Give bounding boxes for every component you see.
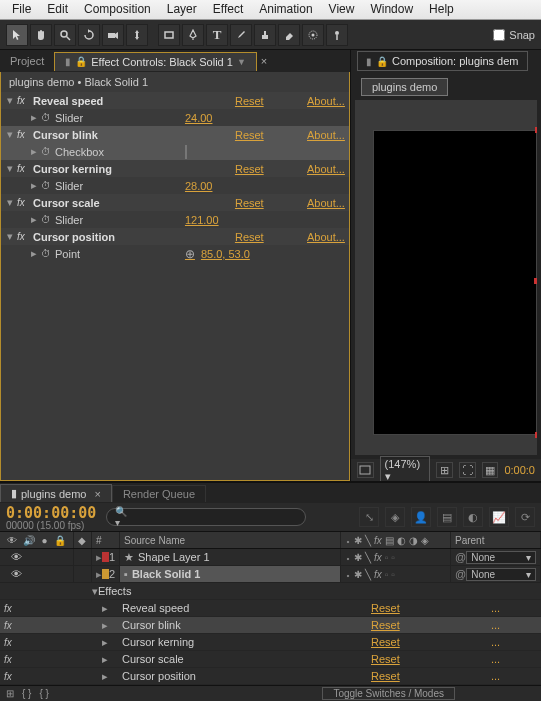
selection-tool[interactable] — [6, 24, 28, 46]
shy-icon[interactable]: 👤 — [411, 507, 431, 527]
composition-tab[interactable]: ▮ 🔒 Composition: plugins dem — [357, 51, 528, 71]
fx-badge[interactable]: fx — [4, 637, 18, 648]
options-link[interactable]: ... — [491, 619, 541, 631]
property-value[interactable]: 121.00 — [185, 214, 295, 226]
clone-stamp-tool[interactable] — [254, 24, 276, 46]
effect-header[interactable]: ▾fxCursor blinkResetAbout... — [1, 126, 349, 143]
puppet-pin-tool[interactable] — [326, 24, 348, 46]
tab-dropdown-icon[interactable]: ▼ — [237, 57, 246, 67]
point-target-icon[interactable]: ⊕ — [185, 247, 195, 261]
twirl-icon[interactable]: ▾ — [5, 130, 15, 140]
lock-icon[interactable]: 🔒 — [376, 56, 388, 67]
menu-help[interactable]: Help — [421, 0, 462, 19]
twirl-icon[interactable]: ▸ — [102, 602, 116, 615]
reset-link[interactable]: Reset — [235, 231, 295, 243]
parent-column[interactable]: Parent — [451, 532, 541, 548]
transform-handle[interactable] — [535, 432, 537, 438]
options-link[interactable]: ... — [491, 602, 541, 614]
lock-icon[interactable]: 🔒 — [75, 56, 87, 67]
menu-layer[interactable]: Layer — [159, 0, 205, 19]
video-column-icon[interactable]: 👁 — [7, 535, 17, 546]
toggle-switches-icon[interactable]: ⊞ — [6, 688, 14, 699]
magnification-icon[interactable] — [357, 462, 374, 478]
label-color[interactable] — [102, 552, 109, 562]
eraser-tool[interactable] — [278, 24, 300, 46]
twirl-icon[interactable]: ▾ — [5, 164, 15, 174]
brush-tool[interactable] — [230, 24, 252, 46]
reset-link[interactable]: Reset — [235, 163, 295, 175]
twirl-icon[interactable]: ▸ — [29, 215, 39, 225]
reset-link[interactable]: Reset — [371, 636, 491, 648]
panel-menu-icon[interactable]: ▮ — [366, 56, 372, 67]
reset-link[interactable]: Reset — [371, 602, 491, 614]
effect-property-row[interactable]: ▸⏱Checkbox — [1, 143, 349, 160]
menu-edit[interactable]: Edit — [39, 0, 76, 19]
reset-link[interactable]: Reset — [235, 95, 295, 107]
tab-close-icon[interactable]: × — [261, 55, 267, 67]
effect-property-row[interactable]: ▸⏱Slider121.00 — [1, 211, 349, 228]
effect-header[interactable]: ▾fxCursor positionResetAbout... — [1, 228, 349, 245]
audio-column-icon[interactable]: 🔊 — [23, 535, 35, 546]
timeline-search[interactable]: 🔍▾ — [106, 508, 306, 526]
snap-toggle[interactable]: Snap — [493, 29, 535, 41]
index-column[interactable]: # — [92, 532, 120, 548]
fx-icon[interactable]: fx — [17, 95, 29, 106]
source-name-column[interactable]: Source Name — [120, 532, 341, 548]
about-link[interactable]: About... — [295, 163, 345, 175]
effect-controls-tab[interactable]: ▮ 🔒 Effect Controls: Black Solid 1 ▼ — [54, 52, 257, 71]
resolution-icon[interactable]: ⊞ — [436, 462, 453, 478]
viewer-time[interactable]: 0:00:0 — [504, 464, 535, 476]
stopwatch-icon[interactable]: ⏱ — [41, 180, 55, 191]
effect-property-row[interactable]: ▸⏱Slider24.00 — [1, 109, 349, 126]
reset-link[interactable]: Reset — [371, 670, 491, 682]
twirl-icon[interactable]: ▸ — [29, 249, 39, 259]
zoom-dropdown[interactable]: (147%) ▾ — [380, 456, 431, 482]
reset-link[interactable]: Reset — [371, 653, 491, 665]
stopwatch-icon[interactable]: ⏱ — [41, 112, 55, 123]
snap-checkbox[interactable] — [493, 29, 505, 41]
about-link[interactable]: About... — [295, 231, 345, 243]
about-link[interactable]: About... — [295, 95, 345, 107]
type-tool[interactable]: T — [206, 24, 228, 46]
brainstorm-icon[interactable]: ⟳ — [515, 507, 535, 527]
pan-behind-tool[interactable] — [126, 24, 148, 46]
panel-menu-icon[interactable]: ▮ — [65, 56, 71, 67]
reset-link[interactable]: Reset — [235, 197, 295, 209]
effect-header[interactable]: ▾fxCursor scaleResetAbout... — [1, 194, 349, 211]
parent-dropdown[interactable]: None▾ — [466, 551, 536, 564]
toggle-switches-modes-button[interactable]: Toggle Switches / Modes — [322, 687, 455, 700]
stopwatch-icon[interactable]: ⏱ — [41, 146, 55, 157]
roto-brush-tool[interactable] — [302, 24, 324, 46]
twirl-icon[interactable]: ▾ — [5, 198, 15, 208]
project-tab[interactable]: Project — [0, 52, 54, 70]
parent-dropdown[interactable]: None▾ — [466, 568, 536, 581]
video-toggle[interactable]: 👁 — [11, 551, 22, 563]
timeline-effect-row[interactable]: fx▸Cursor positionReset... — [0, 668, 541, 685]
transform-handle[interactable] — [534, 278, 537, 284]
effect-header[interactable]: ▾fxReveal speedResetAbout... — [1, 92, 349, 109]
twirl-icon[interactable]: ▸ — [102, 619, 116, 632]
camera-tool[interactable] — [102, 24, 124, 46]
twirl-icon[interactable]: ▾ — [5, 232, 15, 242]
effect-header[interactable]: ▾fxCursor kerningResetAbout... — [1, 160, 349, 177]
menu-composition[interactable]: Composition — [76, 0, 159, 19]
about-link[interactable]: About... — [295, 197, 345, 209]
fx-badge[interactable]: fx — [4, 671, 18, 682]
hand-tool[interactable] — [30, 24, 52, 46]
effects-group-row[interactable]: ▾Effects — [0, 583, 541, 600]
layer-name[interactable]: Black Solid 1 — [132, 568, 200, 580]
stopwatch-icon[interactable]: ⏱ — [41, 248, 55, 259]
effect-property-row[interactable]: ▸⏱Point⊕85.0, 53.0 — [1, 245, 349, 262]
draft-3d-icon[interactable]: ◈ — [385, 507, 405, 527]
fx-icon[interactable]: fx — [17, 129, 29, 140]
property-value[interactable]: 24.00 — [185, 112, 295, 124]
property-value[interactable]: ⊕85.0, 53.0 — [185, 247, 295, 261]
comp-mini-flowchart-icon[interactable]: ⤡ — [359, 507, 379, 527]
zoom-tool[interactable] — [54, 24, 76, 46]
fx-icon[interactable]: fx — [17, 163, 29, 174]
composition-canvas[interactable] — [373, 130, 537, 435]
roi-icon[interactable]: ⛶ — [459, 462, 476, 478]
graph-editor-icon[interactable]: 📈 — [489, 507, 509, 527]
twirl-icon[interactable]: ▾ — [18, 585, 92, 598]
solo-column-icon[interactable]: ● — [42, 535, 48, 546]
